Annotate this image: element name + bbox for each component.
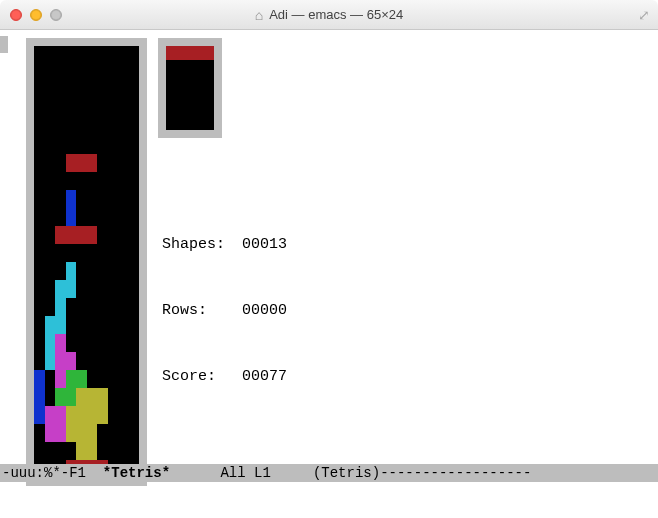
modeline-gap xyxy=(170,465,220,481)
stat-row-score: Score: 00077 xyxy=(162,366,287,388)
cell xyxy=(34,370,45,388)
cell xyxy=(45,226,56,244)
cell xyxy=(66,172,77,190)
cell xyxy=(129,424,140,442)
cell xyxy=(45,64,56,82)
cell xyxy=(108,226,119,244)
cell xyxy=(45,316,56,334)
cell xyxy=(166,60,178,74)
cell xyxy=(190,74,202,88)
cell xyxy=(55,226,66,244)
cell xyxy=(76,82,87,100)
cell xyxy=(129,442,140,460)
cell xyxy=(76,352,87,370)
cell xyxy=(76,154,87,172)
cell xyxy=(45,118,56,136)
cell xyxy=(76,316,87,334)
tetris-board-frame xyxy=(26,38,147,486)
cell xyxy=(66,190,77,208)
cell xyxy=(66,118,77,136)
cell xyxy=(129,370,140,388)
cell xyxy=(108,136,119,154)
cell xyxy=(87,370,98,388)
cell xyxy=(108,154,119,172)
cell xyxy=(108,352,119,370)
cell xyxy=(178,102,190,116)
tetris-board[interactable] xyxy=(34,46,139,478)
cell xyxy=(97,154,108,172)
cell xyxy=(34,442,45,460)
cell xyxy=(202,116,214,130)
cell xyxy=(34,424,45,442)
cell xyxy=(76,334,87,352)
cell xyxy=(45,424,56,442)
cell xyxy=(34,46,45,64)
cell xyxy=(97,118,108,136)
cell xyxy=(87,352,98,370)
cell xyxy=(108,370,119,388)
cell xyxy=(108,298,119,316)
cursor xyxy=(0,36,8,53)
cell xyxy=(66,208,77,226)
cell xyxy=(34,244,45,262)
fullscreen-icon[interactable]: ⤢ xyxy=(638,7,650,23)
cell xyxy=(76,424,87,442)
cell xyxy=(97,298,108,316)
cell xyxy=(202,74,214,88)
close-icon[interactable] xyxy=(10,9,22,21)
modeline-gap xyxy=(271,465,313,481)
cell xyxy=(118,352,129,370)
cell xyxy=(55,298,66,316)
cell xyxy=(45,154,56,172)
cell xyxy=(34,100,45,118)
cell xyxy=(118,442,129,460)
cell xyxy=(178,116,190,130)
cell xyxy=(118,46,129,64)
cell xyxy=(118,100,129,118)
cell xyxy=(55,244,66,262)
cell xyxy=(97,172,108,190)
cell xyxy=(45,442,56,460)
cell xyxy=(76,298,87,316)
cell xyxy=(118,280,129,298)
cell xyxy=(55,388,66,406)
cell xyxy=(34,352,45,370)
cell xyxy=(129,136,140,154)
cell xyxy=(129,208,140,226)
cell xyxy=(45,244,56,262)
cell xyxy=(118,334,129,352)
cell xyxy=(97,244,108,262)
cell xyxy=(87,64,98,82)
stat-row-shapes: Shapes: 00013 xyxy=(162,234,287,256)
cell xyxy=(202,88,214,102)
stat-value-rows: 00000 xyxy=(242,300,287,322)
cell xyxy=(118,262,129,280)
cell xyxy=(97,208,108,226)
cell xyxy=(97,64,108,82)
cell xyxy=(55,190,66,208)
cell xyxy=(118,244,129,262)
cell xyxy=(76,226,87,244)
cell xyxy=(45,82,56,100)
cell xyxy=(66,154,77,172)
cell xyxy=(45,370,56,388)
zoom-icon[interactable] xyxy=(50,9,62,21)
cell xyxy=(66,64,77,82)
cell xyxy=(190,116,202,130)
cell xyxy=(97,46,108,64)
cell xyxy=(45,406,56,424)
cell xyxy=(108,244,119,262)
cell xyxy=(55,118,66,136)
cell xyxy=(66,244,77,262)
cell xyxy=(118,190,129,208)
cell xyxy=(76,136,87,154)
cell xyxy=(129,172,140,190)
cell xyxy=(97,136,108,154)
minimize-icon[interactable] xyxy=(30,9,42,21)
cell xyxy=(190,46,202,60)
cell xyxy=(55,172,66,190)
cell xyxy=(45,100,56,118)
cell xyxy=(97,442,108,460)
cell xyxy=(129,82,140,100)
cell xyxy=(87,82,98,100)
